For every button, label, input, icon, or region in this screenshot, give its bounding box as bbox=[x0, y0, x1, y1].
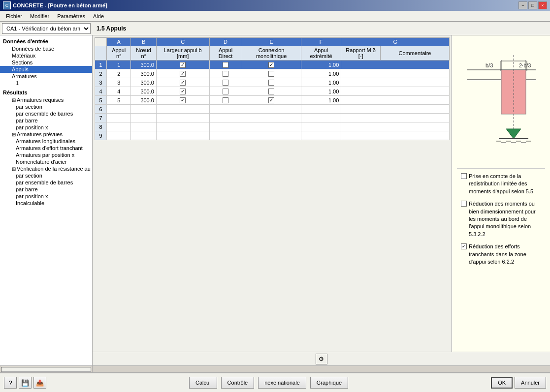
cell-connexion[interactable] bbox=[209, 78, 242, 87]
cell-appui-extremite[interactable] bbox=[242, 122, 301, 131]
annuler-button[interactable]: Annuler bbox=[515, 377, 546, 389]
connexion-checkbox[interactable] bbox=[223, 62, 228, 68]
cell-largeur[interactable]: 300.0 bbox=[131, 96, 157, 105]
appui-direct-checkbox[interactable] bbox=[180, 71, 186, 77]
cell-commentaire[interactable] bbox=[341, 122, 450, 131]
calcul-button[interactable]: Calcul bbox=[189, 377, 217, 389]
cell-appui[interactable] bbox=[107, 105, 131, 114]
cell-rapport[interactable] bbox=[301, 114, 341, 122]
cell-rapport[interactable] bbox=[301, 122, 341, 131]
appui-direct-checkbox[interactable] bbox=[180, 97, 186, 103]
cell-commentaire[interactable] bbox=[341, 96, 450, 105]
cell-commentaire[interactable] bbox=[341, 131, 450, 140]
cell-appui[interactable]: 4 bbox=[107, 87, 131, 96]
extremite-checkbox[interactable] bbox=[268, 80, 274, 86]
cell-connexion[interactable] bbox=[209, 96, 242, 105]
cell-appui-extremite[interactable] bbox=[242, 69, 301, 78]
save-button[interactable]: 💾 bbox=[19, 377, 32, 389]
verification-dropdown[interactable]: CA1 - Vérification du béton armé bbox=[2, 23, 91, 34]
left-scrollbar[interactable] bbox=[0, 366, 93, 372]
appui-direct-checkbox[interactable] bbox=[180, 89, 186, 94]
graphique-button[interactable]: Graphique bbox=[310, 377, 348, 389]
table-row[interactable]: 44300.01.00 bbox=[95, 87, 450, 96]
tree-arm-pos-x[interactable]: Armatures par position x bbox=[0, 151, 92, 158]
cell-connexion[interactable] bbox=[209, 87, 242, 96]
cell-appui-extremite[interactable] bbox=[242, 60, 301, 69]
cell-rapport[interactable]: 1.00 bbox=[301, 60, 341, 69]
tree-res-par-barre[interactable]: par barre bbox=[0, 186, 92, 193]
ok-button[interactable]: OK bbox=[491, 377, 513, 389]
cell-largeur[interactable] bbox=[131, 131, 157, 140]
tree-par-position-x1[interactable]: par position x bbox=[0, 124, 92, 131]
table-row[interactable]: 7 bbox=[95, 114, 450, 122]
cell-commentaire[interactable] bbox=[341, 105, 450, 114]
cell-largeur[interactable]: 300.0 bbox=[131, 78, 157, 87]
maximize-button[interactable]: □ bbox=[528, 1, 537, 9]
option-checkbox-1[interactable] bbox=[461, 173, 467, 179]
tree-par-ensemble-barres[interactable]: par ensemble de barres bbox=[0, 110, 92, 117]
col-header-f[interactable]: F bbox=[301, 38, 341, 46]
cell-appui-direct[interactable] bbox=[156, 96, 209, 105]
cell-appui-direct[interactable] bbox=[156, 60, 209, 69]
tree-par-barre[interactable]: par barre bbox=[0, 117, 92, 124]
extremite-checkbox[interactable] bbox=[268, 97, 274, 103]
export-button[interactable]: 📤 bbox=[33, 377, 46, 389]
table-row[interactable]: 33300.01.00 bbox=[95, 78, 450, 87]
cell-largeur[interactable] bbox=[131, 122, 157, 131]
cell-commentaire[interactable] bbox=[341, 87, 450, 96]
cell-largeur[interactable]: 300.0 bbox=[131, 87, 157, 96]
cell-appui[interactable] bbox=[107, 131, 131, 140]
cell-appui-direct[interactable] bbox=[156, 87, 209, 96]
cell-rapport[interactable]: 1.00 bbox=[301, 69, 341, 78]
tree-arm-effort[interactable]: Armatures d'effort tranchant bbox=[0, 145, 92, 151]
connexion-checkbox[interactable] bbox=[223, 89, 228, 94]
cell-rapport[interactable]: 1.00 bbox=[301, 87, 341, 96]
appui-direct-checkbox[interactable] bbox=[180, 80, 186, 86]
option-checkbox-2[interactable] bbox=[461, 201, 467, 207]
cell-rapport[interactable]: 1.00 bbox=[301, 78, 341, 87]
cell-appui[interactable]: 1 bbox=[107, 60, 131, 69]
cell-largeur[interactable] bbox=[131, 105, 157, 114]
cell-connexion[interactable] bbox=[209, 131, 242, 140]
tree-verification-resistance[interactable]: ⊞Vérification de la résistance au f bbox=[0, 165, 92, 172]
cell-appui-extremite[interactable] bbox=[242, 78, 301, 87]
cell-rapport[interactable]: 1.00 bbox=[301, 96, 341, 105]
menu-parametres[interactable]: Paramètres bbox=[53, 12, 89, 20]
cell-connexion[interactable] bbox=[209, 114, 242, 122]
connexion-checkbox[interactable] bbox=[223, 71, 228, 77]
tree-materiaux[interactable]: Matériaux bbox=[0, 52, 92, 59]
cell-appui[interactable] bbox=[107, 122, 131, 131]
settings-icon-btn[interactable]: ⚙ bbox=[316, 354, 327, 364]
controle-button[interactable]: Contrôle bbox=[221, 377, 255, 389]
menu-aide[interactable]: Aide bbox=[89, 12, 108, 20]
cell-rapport[interactable] bbox=[301, 131, 341, 140]
tree-appuis[interactable]: Appuis bbox=[0, 66, 92, 73]
cell-appui-extremite[interactable] bbox=[242, 96, 301, 105]
cell-connexion[interactable] bbox=[209, 60, 242, 69]
tree-donnees-base[interactable]: Données de base bbox=[0, 45, 92, 52]
cell-rapport[interactable] bbox=[301, 105, 341, 114]
tree-armatures-prevues[interactable]: ⊞Armatures prévues bbox=[0, 131, 92, 138]
tree-incalculable[interactable]: Incalculable bbox=[0, 200, 92, 207]
table-row[interactable]: 9 bbox=[95, 131, 450, 140]
tree-sections[interactable]: Sections bbox=[0, 59, 92, 66]
cell-appui[interactable]: 2 bbox=[107, 69, 131, 78]
cell-appui[interactable] bbox=[107, 114, 131, 122]
table-row[interactable]: 11300.01.00 bbox=[95, 60, 450, 69]
cell-appui-direct[interactable] bbox=[156, 131, 209, 140]
cell-connexion[interactable] bbox=[209, 69, 242, 78]
col-header-e[interactable]: E bbox=[242, 38, 301, 46]
table-row[interactable]: 8 bbox=[95, 122, 450, 131]
col-header-a[interactable]: A bbox=[107, 38, 131, 46]
cell-appui-extremite[interactable] bbox=[242, 114, 301, 122]
cell-appui[interactable]: 5 bbox=[107, 96, 131, 105]
connexion-checkbox[interactable] bbox=[223, 80, 228, 86]
cell-commentaire[interactable] bbox=[341, 78, 450, 87]
cell-appui-direct[interactable] bbox=[156, 105, 209, 114]
col-header-b[interactable]: B bbox=[131, 38, 157, 46]
cell-connexion[interactable] bbox=[209, 122, 242, 131]
connexion-checkbox[interactable] bbox=[223, 97, 228, 103]
minimize-button[interactable]: − bbox=[518, 1, 527, 9]
tree-arm-long[interactable]: Armatures longitudinales bbox=[0, 138, 92, 145]
cell-appui-extremite[interactable] bbox=[242, 131, 301, 140]
